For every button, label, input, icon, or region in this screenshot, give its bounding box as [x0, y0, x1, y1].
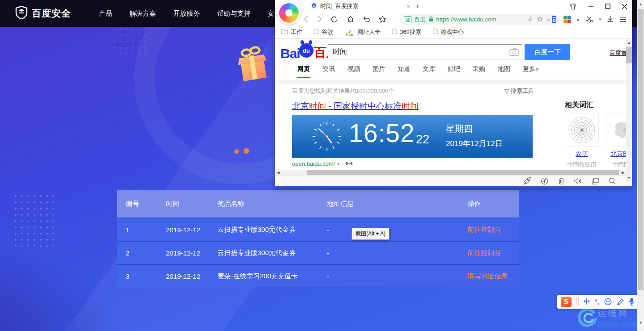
search-button[interactable]: 百度一下: [525, 44, 570, 60]
bookmark-star-icon[interactable]: [537, 16, 543, 23]
multi-window-icon[interactable]: [592, 178, 599, 184]
baidu-tab-7[interactable]: 贴吧: [447, 64, 461, 78]
page-scrollbar-thumb[interactable]: [638, 9, 644, 290]
table-header-cell: 奖品名称: [217, 200, 327, 208]
source-url[interactable]: open.baidu.com/: [292, 160, 335, 167]
menu-hamburger-icon[interactable]: [619, 17, 627, 22]
site-nav-item-3[interactable]: 开放服务: [173, 9, 200, 18]
back-icon[interactable]: [304, 16, 309, 23]
watermark-swirl-icon: [575, 307, 600, 331]
handwriting-pencil-icon[interactable]: [617, 298, 624, 306]
bookmark-item-2[interactable]: 谷歌: [314, 28, 333, 36]
forward-icon[interactable]: [317, 16, 322, 23]
favorite-star-icon[interactable]: [379, 16, 386, 23]
baidu-tab-10[interactable]: 更多»: [522, 64, 539, 78]
result-title-link[interactable]: 北京时间 - 国家授时中心标准时间: [292, 101, 419, 112]
sogou-logo-icon[interactable]: S: [561, 297, 572, 307]
related-subtitle: 中国传统历: [568, 161, 597, 169]
url-text[interactable]: https://www.baidu.com: [436, 16, 496, 23]
prize-table-body: 12019-12-12云扫描专业版300元代金券-前往控制台22019-12-1…: [117, 218, 519, 287]
bookmark-item-1[interactable]: 工作: [281, 28, 302, 36]
minimize-icon[interactable]: [588, 4, 594, 9]
address-bar[interactable]: 证 百度 https://www.baidu.com: [399, 14, 555, 25]
baidu-tab-1[interactable]: 网页: [297, 64, 310, 78]
lunar-chart[interactable]: [565, 113, 599, 147]
new-tab-button[interactable]: +: [412, 1, 423, 12]
vertical-scrollbar[interactable]: ▲ ▼: [626, 39, 632, 182]
chevron-down-icon[interactable]: [547, 16, 551, 23]
game-booster-icon[interactable]: [541, 177, 548, 185]
screenshot-scissors-icon[interactable]: [585, 16, 593, 23]
baidu-tab-8[interactable]: 采购: [472, 64, 486, 78]
hao-icon: ✔hao: [345, 28, 355, 37]
bookmark-item-3[interactable]: ✔hao网址大全: [345, 28, 381, 37]
row-action-link[interactable]: 前往控制台: [467, 226, 519, 234]
cell-address: -: [327, 249, 467, 257]
search-tools-button[interactable]: ▽ 搜索工具: [504, 87, 534, 95]
ime-toolbar: S 中 °,: [557, 295, 644, 309]
bookmark-item-4[interactable]: 360搜索: [392, 28, 421, 36]
source-caret-icon[interactable]: ▾: [337, 162, 339, 166]
cell-no: 3: [126, 272, 166, 280]
security-brand-name: 百度安全: [32, 7, 71, 20]
vertical-scrollbar-thumb[interactable]: [626, 47, 632, 63]
bookmark-item-5[interactable]: 游戏中心: [433, 28, 464, 36]
browser-360-logo-icon[interactable]: [277, 1, 301, 25]
translate-bowtie-icon[interactable]: [346, 160, 353, 167]
maximize-icon[interactable]: [605, 4, 610, 9]
scissors-caret-icon[interactable]: ▾: [599, 17, 601, 21]
page-scroll-down-icon[interactable]: ▼: [637, 320, 644, 326]
login-account-icon[interactable]: [551, 16, 558, 23]
page-scrollbar[interactable]: ▲ ▼: [637, 0, 644, 331]
baidu-tab-4[interactable]: 图片: [372, 64, 386, 78]
browser-bottom-toolbar: [275, 175, 632, 186]
analog-clock-icon: [310, 119, 344, 155]
baidu-tab-6[interactable]: 文库: [422, 64, 436, 78]
camera-icon[interactable]: [509, 48, 519, 56]
search-input[interactable]: [328, 44, 522, 59]
row-action-link[interactable]: 填写地址信息: [467, 272, 519, 281]
baidu-tab-9[interactable]: 地图: [497, 64, 511, 78]
trash-icon[interactable]: [558, 177, 564, 184]
bookmark-label: 游戏中心: [441, 28, 464, 36]
cell-address: -: [327, 272, 467, 280]
emoji-face-icon[interactable]: [604, 298, 612, 306]
close-window-icon[interactable]: [622, 4, 627, 9]
page-scroll-up-icon[interactable]: ▲: [637, 1, 644, 8]
apps-grid-icon[interactable]: [564, 16, 571, 23]
scroll-up-icon[interactable]: ▲: [626, 40, 632, 46]
site-nav-item-1[interactable]: 产品: [99, 9, 112, 18]
table-row: 12019-12-12云扫描专业版300元代金券-前往控制台: [117, 218, 519, 241]
lightning-icon[interactable]: [528, 16, 533, 23]
table-row: 22019-12-12云扫描专业版300元代金券-前往控制台: [117, 241, 519, 264]
baidu-tab-5[interactable]: 知道: [397, 64, 411, 78]
page-search-icon[interactable]: [609, 177, 616, 184]
speed-rocket-icon[interactable]: [523, 177, 531, 185]
download-icon[interactable]: [607, 16, 614, 23]
ime-chinese-mode-button[interactable]: 中: [584, 298, 590, 306]
baidu-tab-3[interactable]: 视频: [347, 64, 360, 78]
prize-table: 编号时间奖品名称地址信息操作 12019-12-12云扫描专业版300元代金券-…: [117, 190, 519, 287]
browser-tab[interactable]: 时间_百度搜索 ×: [307, 0, 414, 12]
decor-orange-dot: [244, 148, 249, 154]
security-brand[interactable]: 百度安全: [15, 6, 71, 21]
time-widget[interactable]: 16:52 22 星期四 2019年12月12日: [292, 115, 533, 158]
related-title-link[interactable]: 农历: [576, 150, 588, 158]
refresh-icon[interactable]: [330, 16, 338, 23]
ime-punctuation-button[interactable]: °,: [595, 298, 599, 306]
baidu-tab-2[interactable]: 资讯: [322, 64, 335, 78]
site-nav-item-4[interactable]: 帮助与支持: [217, 9, 250, 18]
voice-mic-icon[interactable]: [629, 298, 635, 306]
skin-theme-icon[interactable]: [569, 3, 577, 10]
tab-close-icon[interactable]: ×: [407, 3, 410, 10]
title-keyword: 时间: [309, 101, 326, 111]
digital-seconds: 22: [416, 133, 429, 147]
undo-icon[interactable]: [363, 16, 370, 22]
row-action-link[interactable]: 前往控制台: [467, 249, 519, 257]
more-extensions-icon[interactable]: »: [576, 16, 580, 23]
site-nav-item-2[interactable]: 解决方案: [129, 9, 156, 18]
home-icon[interactable]: [347, 16, 354, 23]
speaker-icon[interactable]: [574, 178, 582, 184]
decor-dot-grid: [13, 193, 59, 252]
scroll-down-icon[interactable]: ▼: [626, 175, 632, 181]
